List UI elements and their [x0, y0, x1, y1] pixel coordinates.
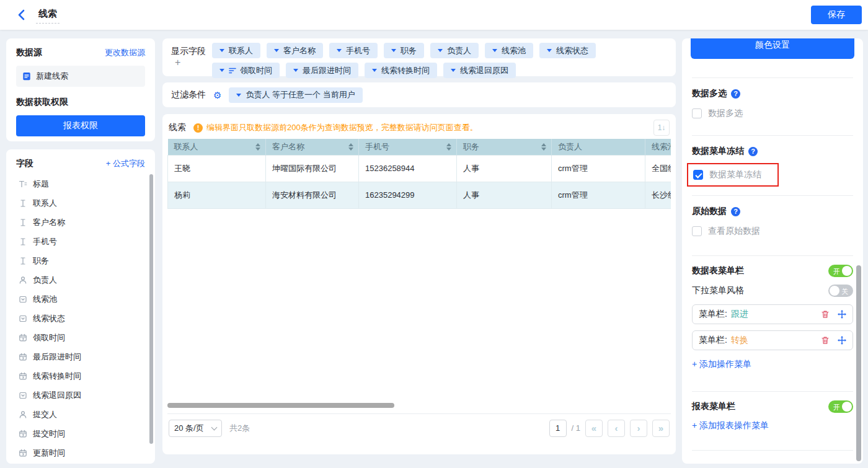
filter-condition-chip[interactable]: 负责人 等于任意一个 当前用户	[229, 87, 362, 103]
back-icon[interactable]	[15, 8, 29, 22]
horizontal-scrollbar[interactable]	[167, 403, 394, 408]
table-cell: crm管理	[552, 155, 645, 182]
move-icon[interactable]	[838, 336, 846, 345]
settings-scrollbar[interactable]	[856, 265, 861, 461]
display-field-chip[interactable]: 线索转换时间	[365, 63, 437, 78]
column-header[interactable]: 客户名称	[266, 139, 359, 155]
chevron-down-icon	[438, 49, 443, 52]
display-field-chip[interactable]: 负责人	[430, 43, 479, 58]
menu-freeze-checkbox[interactable]	[693, 170, 703, 180]
add-display-field-button[interactable]: +	[175, 57, 180, 68]
color-settings-button[interactable]: 颜色设置	[691, 38, 854, 59]
datasource-item[interactable]: 新建线索	[16, 66, 145, 87]
current-page-input[interactable]: 1	[549, 420, 567, 437]
display-field-chip[interactable]: 线索状态	[539, 43, 596, 58]
field-item[interactable]: 线索状态	[16, 309, 145, 328]
last-page-button[interactable]: »	[652, 420, 670, 437]
change-datasource-link[interactable]: 更改数据源	[105, 47, 145, 58]
help-icon[interactable]	[731, 89, 740, 99]
save-button[interactable]: 保存	[811, 6, 862, 24]
sort-lines-icon	[229, 68, 236, 74]
help-icon[interactable]	[731, 207, 740, 216]
page-size-select[interactable]: 20 条/页	[169, 420, 222, 437]
raw-data-row: 查看原始数据	[692, 226, 853, 237]
column-header[interactable]: 职务	[457, 139, 552, 155]
first-page-button[interactable]: «	[585, 420, 603, 437]
move-icon[interactable]	[838, 310, 846, 319]
field-item[interactable]: 手机号	[16, 232, 145, 251]
add-action-menu-link[interactable]: + 添加操作菜单	[692, 359, 751, 370]
field-label: 标题	[33, 179, 49, 190]
report-menu-toggle[interactable]: 开	[828, 400, 853, 413]
calendar-icon	[19, 430, 27, 438]
field-item[interactable]: 线索退回原因	[16, 386, 145, 405]
display-field-chip[interactable]: 领取时间	[212, 63, 280, 78]
divider	[692, 135, 853, 136]
report-permission-button[interactable]: 报表权限	[16, 115, 145, 136]
table-menu-toggle[interactable]: 开	[828, 265, 853, 277]
fields-scrollbar[interactable]	[149, 174, 153, 444]
display-field-chip[interactable]: 职务	[384, 43, 424, 58]
field-label: 职务	[33, 255, 49, 267]
raw-data-checkbox[interactable]	[692, 226, 702, 236]
display-field-chip[interactable]: 客户名称	[267, 43, 323, 58]
trash-icon[interactable]	[821, 310, 830, 319]
field-item[interactable]: 更新时间	[16, 443, 145, 462]
sort-arrows-icon[interactable]	[255, 143, 260, 151]
display-field-chip[interactable]: 线索退回原因	[443, 63, 516, 78]
help-icon[interactable]	[748, 147, 758, 156]
table-sort-button[interactable]: 1↓	[653, 120, 670, 136]
total-count: 共2条	[229, 423, 250, 434]
sort-arrows-icon[interactable]	[446, 143, 451, 151]
text-icon	[19, 199, 27, 208]
filter-label: 过滤条件	[171, 89, 206, 100]
datasource-item-label: 新建线索	[36, 71, 68, 82]
display-field-chip[interactable]: 最后跟进时间	[286, 63, 358, 78]
column-header[interactable]: 手机号	[359, 139, 457, 155]
display-field-chip[interactable]: 手机号	[329, 43, 378, 58]
display-field-chip[interactable]: 联系人	[212, 43, 260, 58]
field-item[interactable]: 线索池	[16, 289, 145, 309]
gear-icon[interactable]: ⚙	[213, 91, 221, 100]
warning-icon	[193, 123, 203, 133]
preview-table: 联系人 客户名称 手机号 职务 负责人 线索池 王晓 坤曜国际有限公司 1523…	[167, 139, 671, 209]
field-item[interactable]: 标题	[16, 174, 145, 193]
display-field-chip[interactable]: 线索池	[485, 43, 533, 58]
field-item[interactable]: 客户名称	[16, 213, 145, 232]
field-item[interactable]: 线索转换时间	[16, 366, 145, 386]
field-item[interactable]: 领取时间	[16, 328, 145, 347]
field-item[interactable]: 提交时间	[16, 424, 145, 443]
add-formula-field-link[interactable]: + 公式字段	[106, 158, 145, 169]
text-icon	[19, 237, 27, 246]
prev-page-button[interactable]: ‹	[608, 420, 625, 437]
field-label: 线索转换时间	[33, 371, 81, 382]
sort-arrows-icon[interactable]	[348, 143, 353, 151]
sort-arrows-icon[interactable]	[541, 143, 546, 151]
next-page-button[interactable]: ›	[630, 420, 647, 437]
page-title: 线索	[36, 8, 60, 24]
multi-select-checkbox[interactable]	[692, 108, 702, 118]
table-cell: 杨莉	[168, 182, 266, 208]
table-header-row: 联系人 客户名称 手机号 职务 负责人 线索池	[168, 139, 671, 155]
field-item[interactable]: 提交人	[16, 405, 145, 424]
dropdown-style-row: 下拉菜单风格 关	[692, 285, 853, 297]
dropdown-style-toggle[interactable]: 关	[828, 285, 853, 297]
column-header[interactable]: 线索池	[645, 139, 671, 155]
chevron-down-icon	[274, 49, 279, 52]
menu-item[interactable]: 菜单栏: 转换	[692, 330, 853, 350]
add-report-menu-link[interactable]: + 添加报表操作菜单	[692, 420, 769, 431]
column-header[interactable]: 联系人	[168, 139, 266, 155]
select-icon	[19, 314, 27, 323]
multi-select-row: 数据多选	[692, 108, 853, 119]
field-item[interactable]: 负责人	[16, 270, 145, 289]
field-label: 线索退回原因	[33, 390, 81, 401]
menu-item[interactable]: 菜单栏: 跟进	[692, 304, 853, 324]
chip-label: 负责人	[447, 45, 471, 56]
field-item[interactable]: 职务	[16, 251, 145, 270]
field-label: 负责人	[33, 275, 57, 286]
text-icon	[19, 218, 27, 227]
field-item[interactable]: 联系人	[16, 193, 145, 213]
field-item[interactable]: 最后跟进时间	[16, 347, 145, 366]
column-header[interactable]: 负责人	[552, 139, 645, 155]
trash-icon[interactable]	[821, 336, 830, 345]
